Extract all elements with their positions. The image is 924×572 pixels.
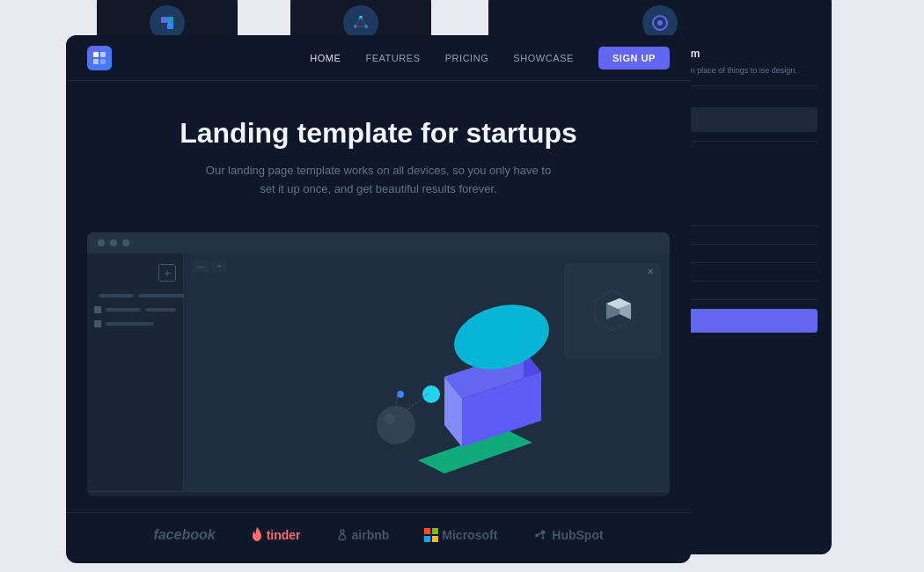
- sidebar-row-3: [94, 320, 176, 327]
- facebook-logo: facebook: [153, 527, 215, 543]
- sidebar-line-3: [106, 308, 141, 312]
- plus-btn[interactable]: +: [211, 260, 227, 273]
- sidebar-row-2: [94, 306, 176, 313]
- svg-rect-1: [167, 23, 173, 29]
- sidebar-icon-2: [94, 306, 101, 313]
- illustration-svg: [260, 258, 594, 487]
- svg-rect-14: [100, 59, 106, 64]
- cube-icon: [589, 286, 637, 334]
- nav-pricing[interactable]: PRICING: [445, 53, 489, 63]
- browser-main: ✕ — +: [184, 253, 670, 491]
- svg-rect-11: [93, 52, 99, 57]
- airbnb-label: airbnb: [352, 528, 390, 542]
- hubspot-label: HubSpot: [552, 528, 603, 542]
- svg-rect-39: [424, 528, 430, 534]
- signup-button[interactable]: SIGN UP: [598, 47, 670, 70]
- hero-subtitle: Our landing page template works on all d…: [202, 162, 554, 199]
- svg-rect-12: [100, 52, 106, 57]
- mini-controls: — +: [193, 260, 227, 273]
- browser-sidebar: +: [87, 253, 184, 491]
- browser-bar: [87, 232, 670, 253]
- svg-point-20: [447, 295, 556, 379]
- browser-toolbar: T: [87, 491, 670, 496]
- svg-rect-41: [424, 536, 430, 542]
- hubspot-icon: [532, 527, 548, 543]
- navbar-logo: [87, 46, 112, 70]
- tinder-icon: [251, 527, 263, 543]
- browser-content: +: [87, 253, 670, 491]
- tinder-logo-container: tinder: [251, 527, 301, 543]
- svg-point-47: [535, 533, 539, 537]
- browser-dot-2: [110, 239, 117, 246]
- svg-point-43: [541, 530, 546, 534]
- nav-features[interactable]: FEATURES: [365, 53, 420, 63]
- svg-rect-42: [432, 536, 438, 542]
- navbar: HOME FEATURES PRICING SHOWCASE SIGN UP: [66, 35, 691, 81]
- browser-dot-3: [122, 239, 129, 246]
- svg-rect-0: [161, 17, 167, 23]
- sidebar-line-2: [138, 294, 187, 297]
- partners-section: facebook tinder airbnb Microsoft: [66, 512, 691, 557]
- svg-line-6: [356, 18, 361, 26]
- sidebar-row-1: [94, 292, 176, 299]
- svg-line-26: [396, 392, 398, 407]
- microsoft-logo-container: Microsoft: [424, 528, 497, 542]
- airbnb-icon: [336, 527, 348, 543]
- svg-point-10: [657, 20, 663, 26]
- svg-point-23: [422, 385, 440, 403]
- main-card: HOME FEATURES PRICING SHOWCASE SIGN UP L…: [66, 35, 691, 563]
- svg-rect-13: [93, 59, 99, 64]
- svg-line-25: [405, 392, 429, 412]
- microsoft-icon: [424, 528, 438, 542]
- sidebar-line-5: [106, 322, 154, 326]
- svg-rect-2: [167, 17, 173, 23]
- hero-section: Landing template for startups Our landin…: [66, 81, 691, 216]
- hero-title: Landing template for startups: [87, 116, 670, 150]
- microsoft-label: Microsoft: [442, 528, 497, 542]
- nav-home[interactable]: HOME: [310, 53, 341, 63]
- svg-point-21: [377, 406, 415, 444]
- sidebar-line-4: [145, 308, 176, 312]
- browser-dot-1: [98, 239, 105, 246]
- nav-showcase[interactable]: SHOWCASE: [513, 53, 574, 63]
- float-panel: ✕: [564, 262, 661, 359]
- svg-line-7: [361, 18, 366, 26]
- sidebar-add-button[interactable]: +: [158, 264, 176, 282]
- svg-point-44: [542, 536, 545, 539]
- airbnb-logo-container: airbnb: [336, 527, 390, 543]
- sidebar-line-1: [99, 294, 134, 297]
- svg-point-22: [385, 414, 395, 424]
- nav-links: HOME FEATURES PRICING SHOWCASE: [310, 53, 574, 63]
- svg-rect-40: [432, 528, 438, 534]
- tinder-label: tinder: [267, 528, 301, 542]
- browser-mockup: +: [87, 232, 670, 496]
- float-panel-close[interactable]: ✕: [647, 267, 654, 276]
- hubspot-logo-container: HubSpot: [532, 527, 603, 543]
- minus-btn[interactable]: —: [193, 260, 209, 273]
- sidebar-icon-3: [94, 320, 101, 327]
